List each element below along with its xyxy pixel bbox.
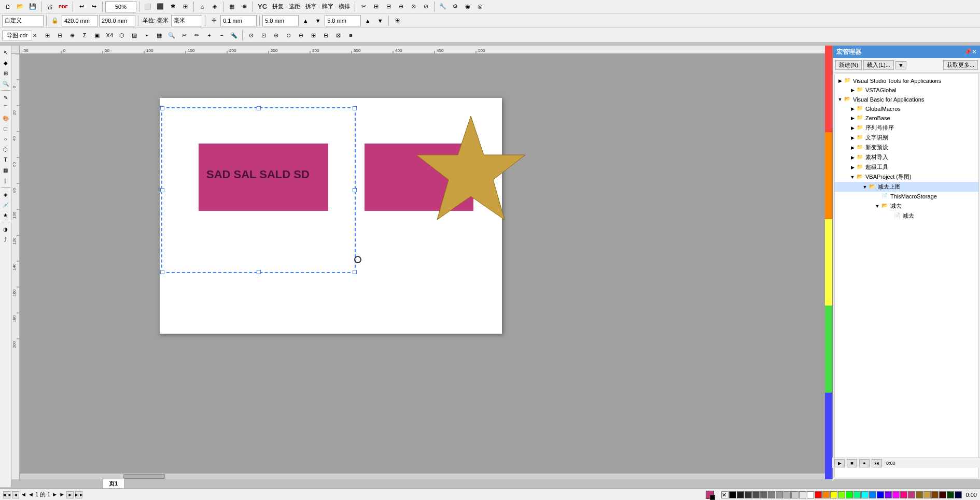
tb3-2[interactable]: ⊟	[54, 30, 65, 41]
tb3-4[interactable]: Σ	[79, 30, 90, 41]
panel-close-btn[interactable]: ✕	[972, 48, 977, 55]
tb-icon-12[interactable]: ⊕	[395, 1, 407, 12]
tb3-1[interactable]: ⊞	[41, 30, 53, 41]
text-tool[interactable]: T	[1, 155, 10, 164]
swatch-magenta[interactable]	[892, 491, 900, 498]
swatch-dark2[interactable]	[745, 491, 752, 498]
tree-item-vstaglobal[interactable]: ▶ 📁 VSTAGlobal	[835, 85, 978, 95]
sel-handle-br[interactable]	[353, 270, 357, 274]
textrecog-arrow[interactable]: ▶	[849, 135, 856, 141]
swatch-red[interactable]	[815, 491, 822, 498]
width-input[interactable]: 420.0 mm	[62, 15, 98, 26]
macro-record-btn[interactable]: ●	[859, 459, 870, 467]
polygon-tool[interactable]: ⬡	[1, 145, 10, 154]
macro-new-btn[interactable]: 新建(N)	[835, 60, 862, 70]
pdf-button[interactable]: PDF	[57, 1, 70, 12]
tree-item-jianqu3[interactable]: ▶ 📄 减去	[835, 211, 978, 221]
tb3-9[interactable]: ▪	[141, 30, 152, 41]
seqnum-arrow[interactable]: ▶	[849, 125, 856, 131]
star-shape[interactable]	[416, 113, 525, 248]
tb3-22[interactable]: ⊞	[307, 30, 319, 41]
jianqu-arrow[interactable]: ▼	[862, 184, 868, 190]
tb-chaizi[interactable]: 拆字	[303, 1, 319, 12]
tb3-5[interactable]: ▣	[91, 30, 103, 41]
rcs-green[interactable]	[825, 306, 832, 392]
zerobase-arrow[interactable]: ▶	[849, 115, 856, 121]
swatch-gray1[interactable]	[760, 491, 767, 498]
panel-pin-btn[interactable]: 📌	[964, 48, 972, 55]
tree-item-newvar[interactable]: ▶ 📁 新变预设	[835, 142, 978, 152]
canvas-viewport[interactable]: SAD SAL SALD SD	[20, 54, 832, 479]
lock-ratio-btn[interactable]: 🔒	[49, 15, 61, 26]
tb3-14[interactable]: +	[203, 30, 215, 41]
tb-icon-7[interactable]: ▦	[226, 1, 237, 12]
tb3-19[interactable]: ⊛	[270, 30, 282, 41]
rcs-red[interactable]	[825, 46, 832, 132]
macro-options-btn[interactable]: ▼	[895, 61, 906, 69]
tb-icon-6[interactable]: ◈	[209, 1, 220, 12]
macro-play-btn[interactable]: ▶	[834, 459, 845, 467]
swatch-rose[interactable]	[908, 491, 915, 498]
last-page-btn[interactable]: ►►	[75, 491, 82, 498]
nudge1-input[interactable]: 5.0 mm	[262, 15, 299, 26]
tb3-6[interactable]: X4	[104, 30, 115, 41]
crop-tool[interactable]: ⊞	[1, 68, 10, 78]
swatch-yellow[interactable]	[830, 491, 837, 498]
tree-item-zerobase[interactable]: ▶ 📁 ZeroBase	[835, 113, 978, 123]
tb3-25[interactable]: ≡	[345, 30, 356, 41]
swatch-darkblue[interactable]	[955, 491, 962, 498]
tb3-16[interactable]: 🔦	[228, 30, 240, 41]
swatch-gray3[interactable]	[776, 491, 783, 498]
macro-step-btn[interactable]: ⏭	[872, 459, 882, 467]
newvar-arrow[interactable]: ▶	[849, 145, 856, 151]
swatch-lgray1[interactable]	[783, 491, 791, 498]
tb3-8[interactable]: ▨	[129, 30, 140, 41]
sel-handle-bc[interactable]	[257, 270, 261, 274]
sel-handle-bl[interactable]	[160, 270, 164, 274]
tb-icon-5[interactable]: ⌂	[197, 1, 208, 12]
swatch-darkred[interactable]	[939, 491, 946, 498]
sel-handle-tc[interactable]	[257, 106, 261, 110]
nudge2-input[interactable]: 5.0 mm	[325, 15, 361, 26]
height-input[interactable]: 290.0 mm	[99, 15, 135, 26]
tb3-15[interactable]: −	[216, 30, 227, 41]
tree-item-supertool[interactable]: ▶ 📁 超级工具	[835, 162, 978, 172]
tree-item-vba[interactable]: ▼ 📂 Visual Basic for Applications	[835, 95, 978, 104]
rect-tool[interactable]: □	[1, 124, 10, 133]
macro-load-btn[interactable]: 载入(L)...	[863, 60, 894, 70]
table-tool[interactable]: ▦	[1, 165, 10, 175]
jianqu2-arrow[interactable]: ▼	[874, 203, 880, 209]
tb-icon-9[interactable]: ✂	[358, 1, 369, 12]
sel-handle-ml[interactable]	[160, 188, 164, 192]
matimport-arrow[interactable]: ▶	[849, 154, 856, 161]
ellipse-tool[interactable]: ○	[1, 134, 10, 144]
tb-icon-4[interactable]: ⊞	[179, 1, 191, 12]
tb-icon-10[interactable]: ⊞	[370, 1, 382, 12]
fill-color-swatch[interactable]	[706, 491, 714, 499]
page-tab-1[interactable]: 页1	[102, 479, 124, 488]
tree-item-jianqu[interactable]: ▼ 📂 减去上图	[835, 182, 978, 192]
vstaglobal-arrow[interactable]: ▶	[849, 87, 856, 93]
tb-paizi[interactable]: 牌字	[320, 1, 335, 12]
prev-page-btn[interactable]: ◄	[12, 491, 19, 498]
print-button[interactable]: 🖨	[44, 1, 55, 12]
swatch-gold[interactable]	[916, 491, 923, 498]
redo-button[interactable]: ↪	[88, 1, 100, 12]
rcs-yellow[interactable]	[825, 219, 832, 306]
swatch-blue[interactable]	[877, 491, 884, 498]
select-tool[interactable]: ↖	[1, 48, 10, 57]
tb-icon-2[interactable]: ⬛	[155, 1, 166, 12]
nudge1-up[interactable]: ▲	[300, 15, 311, 26]
node-tool[interactable]: ◆	[1, 58, 10, 67]
sel-handle-mr[interactable]	[353, 188, 357, 192]
swatch-gray2[interactable]	[768, 491, 775, 498]
undo-button[interactable]: ↩	[76, 1, 87, 12]
shadow-tool[interactable]: ◑	[1, 224, 10, 234]
swatch-tan[interactable]	[923, 491, 931, 498]
tb-icon-13[interactable]: ⊗	[408, 1, 419, 12]
swatch-lime[interactable]	[838, 491, 845, 498]
tree-item-thismacro[interactable]: ▶ 📄 ThisMacroStorage	[835, 192, 978, 201]
tree-item-globalmacros[interactable]: ▶ 📁 GlobalMacros	[835, 104, 978, 113]
stroke-color-swatch[interactable]	[710, 495, 715, 500]
tb3-12[interactable]: ✂	[178, 30, 190, 41]
